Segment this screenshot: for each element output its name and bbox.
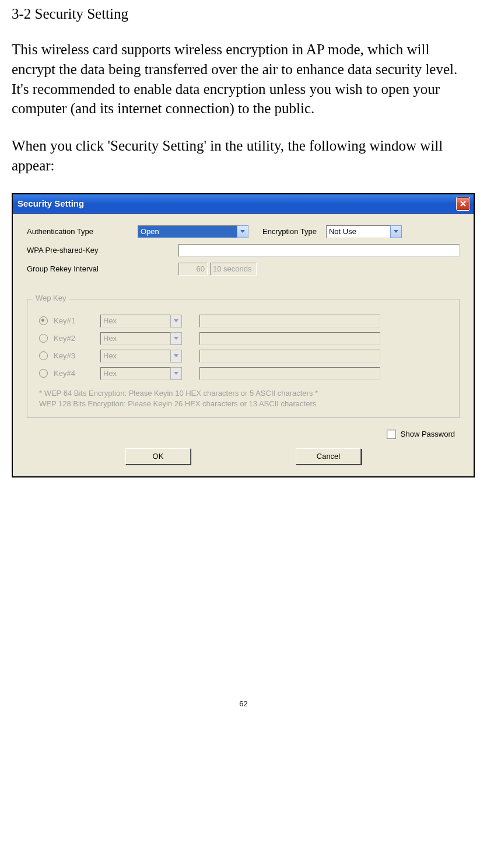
group-rekey-label: Group Rekey Interval (27, 264, 178, 273)
wep-key4-input[interactable] (199, 367, 380, 380)
auth-type-value: Open (138, 225, 237, 238)
intro-paragraph-1: This wireless card supports wireless enc… (12, 40, 475, 118)
show-password-checkbox[interactable] (387, 430, 396, 439)
ok-button[interactable]: OK (125, 448, 191, 465)
wep-hint: * WEP 64 Bits Encryption: Please Keyin 1… (39, 388, 447, 409)
encryption-type-value: Not Use (326, 225, 390, 238)
wep-key3-label: Key#3 (54, 351, 100, 360)
wep-key3-input[interactable] (199, 350, 380, 362)
auth-type-dropdown[interactable]: Open (138, 225, 248, 238)
auth-type-label: Authentication Type (27, 227, 138, 236)
wep-key4-radio[interactable] (39, 369, 48, 378)
wep-key4-label: Key#4 (54, 369, 100, 378)
dropdown-icon[interactable] (170, 315, 182, 327)
wep-hint-line2: WEP 128 Bits Encryption: Please Keyin 26… (39, 399, 447, 409)
show-password-label: Show Password (401, 430, 455, 438)
dialog-title: Security Setting (16, 198, 456, 208)
wep-key1-label: Key#1 (54, 316, 100, 325)
wep-key3-radio[interactable] (39, 351, 48, 360)
dropdown-icon[interactable] (237, 225, 248, 238)
intro-paragraph-2: When you click 'Security Setting' in the… (12, 136, 475, 176)
wep-key-row: Key#4 Hex (39, 367, 447, 380)
wep-key2-radio[interactable] (39, 334, 48, 343)
wep-key-row: Key#3 Hex (39, 350, 447, 362)
wep-hint-line1: * WEP 64 Bits Encryption: Please Keyin 1… (39, 388, 447, 399)
wep-key-row: Key#1 Hex (39, 315, 447, 327)
title-bar: Security Setting (13, 194, 474, 214)
wep-key2-type-dropdown[interactable]: Hex (100, 332, 182, 345)
group-rekey-value: 60 (178, 263, 208, 276)
close-button[interactable] (456, 197, 470, 211)
dropdown-icon[interactable] (170, 367, 182, 380)
wep-key3-type-value: Hex (100, 350, 170, 362)
wep-key2-label: Key#2 (54, 334, 100, 343)
wep-key-row: Key#2 Hex (39, 332, 447, 345)
wep-key1-type-dropdown[interactable]: Hex (100, 315, 182, 327)
page-number: 62 (0, 699, 487, 717)
encryption-type-label: Encryption Type (262, 227, 317, 236)
security-setting-dialog: Security Setting Authentication Type Ope… (12, 193, 475, 477)
dropdown-icon[interactable] (170, 350, 182, 362)
group-rekey-unit: 10 seconds (210, 263, 257, 276)
wep-key3-type-dropdown[interactable]: Hex (100, 350, 182, 362)
wep-key-group: Wep Key Key#1 Hex Key#2 (27, 299, 460, 418)
wep-key1-input[interactable] (199, 315, 380, 327)
wep-key1-type-value: Hex (100, 315, 170, 327)
wpa-key-input[interactable] (178, 244, 460, 257)
cancel-button[interactable]: Cancel (296, 448, 361, 465)
wep-key2-input[interactable] (199, 332, 380, 345)
wpa-key-label: WPA Pre-shared-Key (27, 246, 178, 255)
close-icon (460, 200, 467, 207)
wep-key4-type-dropdown[interactable]: Hex (100, 367, 182, 380)
wep-key2-type-value: Hex (100, 332, 170, 345)
wep-key4-type-value: Hex (100, 367, 170, 380)
dropdown-icon[interactable] (390, 225, 402, 238)
dropdown-icon[interactable] (170, 332, 182, 345)
wep-group-title: Wep Key (33, 294, 69, 302)
encryption-type-dropdown[interactable]: Not Use (326, 225, 402, 238)
section-heading: 3-2 Security Setting (12, 6, 475, 22)
wep-key1-radio[interactable] (39, 316, 48, 325)
